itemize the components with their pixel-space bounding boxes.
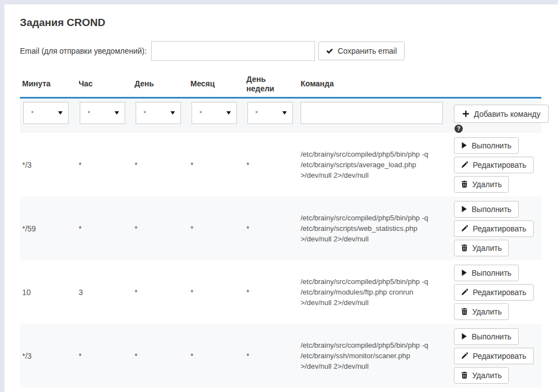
trash-icon <box>461 372 468 379</box>
row-actions: Выполнить Редактировать Удалить <box>448 197 541 260</box>
delete-button[interactable]: Удалить <box>454 367 509 384</box>
row-actions: Выполнить Редактировать Удалить <box>448 324 541 388</box>
cron-row: */3 * * * * /etc/brainy/src/compiled/php… <box>20 324 541 388</box>
plus-icon <box>462 110 469 117</box>
weekday-value: * <box>246 288 301 297</box>
run-button[interactable]: Выполнить <box>454 137 519 154</box>
play-icon <box>461 205 467 213</box>
hour-value: * <box>79 352 135 360</box>
command-text: /etc/brainy/src/compiled/php5/bin/php -q… <box>301 340 448 372</box>
cron-table: Минута Час День Месяц День недели Команд… <box>20 71 541 388</box>
email-form: Email (для отправки уведомлений): Сохран… <box>20 41 546 61</box>
play-icon <box>461 333 467 340</box>
command-text: /etc/brainy/src/compiled/php5/bin/php -q… <box>301 276 448 308</box>
command-text: /etc/brainy/src/compiled/php5/bin/php -q… <box>301 213 448 244</box>
minute-select[interactable]: * <box>23 102 69 124</box>
command-text: /etc/brainy/src/compiled/php5/bin/php -q… <box>301 149 448 180</box>
caret-down-icon <box>282 111 287 115</box>
help-icon[interactable]: ? <box>454 125 463 133</box>
check-icon <box>326 48 333 54</box>
header-hour: Час <box>79 79 135 89</box>
cron-row: */3 * * * * /etc/brainy/src/compiled/php… <box>20 133 541 197</box>
weekday-value: * <box>246 161 301 169</box>
caret-down-icon <box>58 111 63 115</box>
run-button[interactable]: Выполнить <box>454 328 519 345</box>
day-value: * <box>135 288 190 297</box>
caret-down-icon <box>170 111 175 115</box>
minute-value: */3 <box>22 352 79 360</box>
header-weekday: День недели <box>246 75 301 94</box>
pencil-icon <box>461 288 468 296</box>
caret-down-icon <box>226 111 231 115</box>
run-button[interactable]: Выполнить <box>454 201 519 218</box>
month-value: * <box>190 288 246 297</box>
command-input[interactable] <box>301 102 443 124</box>
delete-button[interactable]: Удалить <box>454 240 509 256</box>
hour-value: * <box>79 161 135 169</box>
trash-icon <box>461 244 468 251</box>
email-label: Email (для отправки уведомлений): <box>20 47 147 55</box>
header-minute: Минута <box>22 79 79 89</box>
cron-row: 10 3 * * * /etc/brainy/src/compiled/php5… <box>20 260 541 324</box>
pencil-icon <box>461 225 468 232</box>
header-day: День <box>135 79 190 89</box>
hour-select[interactable]: * <box>80 102 125 124</box>
run-button[interactable]: Выполнить <box>454 265 519 281</box>
minute-value: 10 <box>22 288 79 297</box>
minute-value: */59 <box>22 224 79 233</box>
add-command-button[interactable]: Добавить команду <box>454 105 549 123</box>
save-email-label: Сохранить email <box>338 47 397 55</box>
hour-value: 3 <box>79 288 135 297</box>
edit-button[interactable]: Редактировать <box>454 220 534 237</box>
play-icon <box>461 269 467 276</box>
month-select[interactable]: * <box>192 102 237 124</box>
month-value: * <box>190 352 246 360</box>
header-command: Команда <box>301 79 448 89</box>
add-command-row: * * * * * <box>20 99 541 133</box>
day-value: * <box>135 352 190 360</box>
page-title: Задания CROND <box>20 17 546 29</box>
month-value: * <box>190 224 246 233</box>
weekday-value: * <box>246 352 301 360</box>
play-icon <box>461 142 467 149</box>
edit-button[interactable]: Редактировать <box>454 284 534 301</box>
trash-icon <box>461 180 468 188</box>
cron-row: */59 * * * * /etc/brainy/src/compiled/ph… <box>20 197 541 260</box>
content-panel: Задания CROND Email (для отправки уведом… <box>4 4 558 392</box>
delete-button[interactable]: Удалить <box>454 176 509 193</box>
day-value: * <box>135 224 190 233</box>
caret-down-icon <box>115 111 119 115</box>
day-select[interactable]: * <box>136 102 181 124</box>
minute-value: */3 <box>22 161 79 169</box>
edit-button[interactable]: Редактировать <box>454 157 534 173</box>
add-command-label: Добавить команду <box>474 110 540 118</box>
table-header-row: Минута Час День Месяц День недели Команд… <box>20 71 541 99</box>
row-actions: Выполнить Редактировать Удалить <box>448 261 541 324</box>
pencil-icon <box>461 161 468 168</box>
header-month: Месяц <box>190 79 246 89</box>
weekday-select[interactable]: * <box>247 102 293 124</box>
pencil-icon <box>461 352 468 359</box>
save-email-button[interactable]: Сохранить email <box>318 42 405 60</box>
day-value: * <box>135 161 190 169</box>
hour-value: * <box>79 224 135 233</box>
delete-button[interactable]: Удалить <box>454 303 509 320</box>
email-input[interactable] <box>151 41 315 61</box>
weekday-value: * <box>246 224 301 233</box>
trash-icon <box>461 308 468 315</box>
row-actions: Выполнить Редактировать Удалить <box>448 133 541 197</box>
edit-button[interactable]: Редактировать <box>454 348 534 364</box>
month-value: * <box>190 161 246 169</box>
